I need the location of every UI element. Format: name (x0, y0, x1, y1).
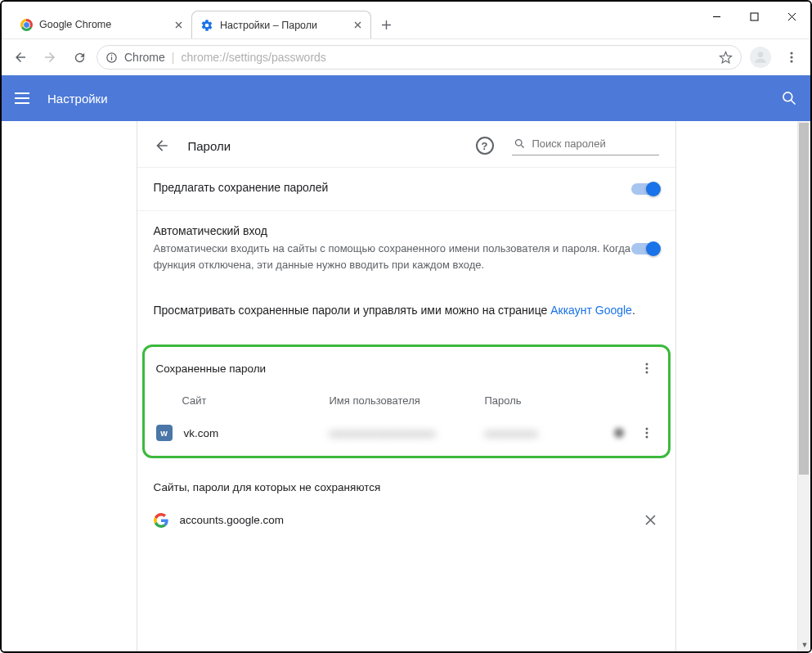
username-cell: xxxxxxxxxxxxxxxxxxxx (330, 427, 485, 439)
offer-save-label: Предлагать сохранение паролей (154, 181, 631, 194)
manage-row: Просматривать сохраненные пароли и управ… (137, 286, 675, 330)
browser-window: Google Chrome Настройки – Пароли (0, 0, 812, 653)
svg-point-10 (645, 363, 648, 366)
svg-point-11 (645, 367, 648, 370)
profile-avatar[interactable] (750, 47, 771, 68)
scroll-down-icon[interactable]: ▼ (798, 638, 810, 651)
password-row: w vk.com xxxxxxxxxxxxxxxxxxxx xxxxxxxxxx (145, 415, 668, 451)
address-bar[interactable]: Chrome | chrome://settings/passwords (96, 45, 742, 70)
svg-point-6 (790, 56, 792, 58)
google-account-link[interactable]: Аккаунт Google (550, 304, 632, 317)
settings-appbar: Настройки (2, 75, 810, 121)
col-site: Сайт (182, 394, 330, 407)
appbar-search-icon[interactable] (781, 90, 797, 106)
close-tab-icon[interactable] (172, 18, 185, 31)
svg-rect-3 (111, 54, 112, 55)
url-path: chrome://settings/passwords (181, 51, 325, 64)
site-info-icon[interactable] (105, 52, 118, 64)
menu-button[interactable] (779, 45, 804, 70)
close-window-button[interactable] (773, 2, 810, 31)
auto-signin-toggle[interactable] (631, 243, 659, 254)
minimize-button[interactable] (698, 2, 735, 31)
never-site: accounts.google.com (180, 514, 642, 526)
tab-label: Google Chrome (39, 19, 165, 30)
tab-google-chrome[interactable]: Google Chrome (11, 11, 191, 38)
offer-save-row: Предлагать сохранение паролей (137, 167, 675, 210)
help-icon[interactable]: ? (476, 137, 494, 155)
search-icon (514, 137, 526, 150)
gear-icon (200, 19, 213, 32)
svg-point-14 (645, 432, 648, 435)
google-icon (154, 513, 168, 528)
manage-text: Просматривать сохраненные пароли и управ… (154, 304, 551, 317)
svg-point-9 (515, 140, 522, 146)
maximize-button[interactable] (735, 2, 773, 31)
password-search-input[interactable] (532, 137, 647, 150)
page-scroll[interactable]: Пароли ? Предлагать сохранение паролей А… (2, 121, 810, 651)
scroll-thumb[interactable] (799, 123, 809, 475)
never-row: accounts.google.com (137, 502, 675, 538)
password-cell: xxxxxxxxxx (485, 427, 609, 439)
remove-never-icon[interactable] (642, 511, 659, 529)
tab-strip: Google Chrome Настройки – Пароли (2, 2, 397, 38)
svg-rect-2 (111, 56, 112, 60)
bookmark-star-icon[interactable] (719, 51, 733, 65)
col-user: Имя пользователя (330, 394, 485, 407)
vk-icon: w (156, 425, 173, 441)
content-area: Настройки Пароли ? (2, 75, 810, 651)
svg-point-12 (645, 372, 648, 374)
offer-save-toggle[interactable] (631, 183, 659, 195)
svg-point-15 (645, 436, 648, 439)
saved-passwords-section: Сохраненные пароли Сайт Имя пользователя… (142, 345, 671, 458)
page-header: Пароли ? (137, 121, 675, 167)
page-title: Пароли (188, 139, 231, 153)
saved-passwords-header: Сохраненные пароли (156, 363, 637, 375)
svg-rect-0 (751, 13, 758, 20)
url-host: Chrome (124, 51, 165, 64)
vertical-scrollbar[interactable]: ▲ ▼ (797, 121, 810, 651)
back-button[interactable] (8, 45, 33, 70)
svg-point-7 (790, 60, 792, 62)
password-row-menu[interactable] (637, 426, 657, 439)
forward-button[interactable] (38, 45, 62, 70)
password-search[interactable] (512, 136, 659, 155)
back-arrow-icon[interactable] (154, 137, 170, 154)
site-cell[interactable]: vk.com (184, 427, 330, 439)
settings-page: Пароли ? Предлагать сохранение паролей А… (137, 121, 676, 651)
new-tab-button[interactable] (375, 13, 397, 36)
svg-point-13 (645, 428, 648, 430)
column-headers: Сайт Имя пользователя Пароль (145, 381, 668, 415)
never-saved-header: Сайты, пароли для которых не сохраняются (137, 466, 675, 502)
tab-settings-passwords[interactable]: Настройки – Пароли (191, 11, 371, 38)
tab-label: Настройки – Пароли (220, 20, 344, 31)
auto-signin-label: Автоматический вход (154, 224, 631, 237)
saved-passwords-menu[interactable] (637, 362, 657, 375)
chrome-icon (20, 18, 33, 31)
close-tab-icon[interactable] (351, 19, 364, 32)
show-password-icon[interactable] (609, 423, 629, 443)
svg-point-5 (790, 52, 792, 54)
reload-button[interactable] (67, 45, 92, 70)
window-controls (698, 2, 810, 31)
appbar-title: Настройки (47, 92, 108, 106)
col-pass: Пароль (485, 394, 657, 407)
titlebar: Google Chrome Настройки – Пароли (2, 2, 810, 39)
svg-point-8 (783, 92, 792, 101)
auto-signin-row: Автоматический вход Автоматически входит… (137, 210, 675, 286)
hamburger-icon[interactable] (15, 92, 29, 104)
svg-point-4 (758, 52, 764, 57)
toolbar: Chrome | chrome://settings/passwords (2, 39, 810, 75)
auto-signin-desc: Автоматически входить на сайты с помощью… (154, 241, 631, 272)
